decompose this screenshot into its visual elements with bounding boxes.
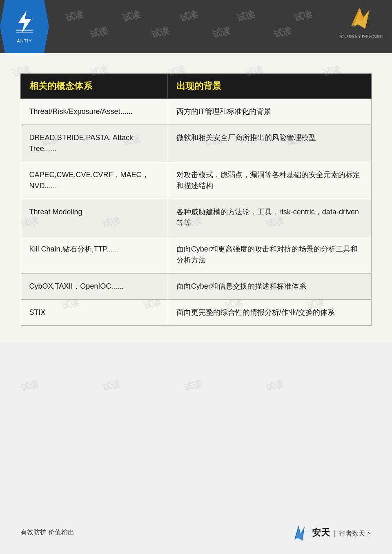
header-brand-icon — [345, 6, 378, 34]
logo-area: ANTIY — [0, 0, 49, 53]
right-cell-5: 面向Cyber和信息交换的描述和标准体系 — [168, 274, 371, 300]
body-watermark-19: 试读 — [101, 378, 121, 394]
left-cell-2: CAPEC,CWE,CVE,CVRF，MAEC，NVD...... — [21, 162, 168, 199]
right-cell-1: 微软和相关安全厂商所推出的风险管理模型 — [168, 125, 371, 162]
footer-brand-sub: 智者数天下 — [339, 530, 372, 537]
footer-divider: | — [334, 529, 336, 537]
watermark-1: 试读 — [64, 8, 85, 24]
table-row: Threat/Risk/Exposure/Asset......西方的IT管理和… — [21, 98, 371, 125]
watermark-4: 试读 — [236, 8, 256, 24]
footer-brand-icon — [288, 523, 309, 542]
watermark-5: 试读 — [293, 8, 313, 24]
footer-tagline: 有效防护 价值输出 — [20, 528, 74, 537]
left-cell-6: STIX — [21, 300, 168, 326]
right-cell-6: 面向更完整的综合性的情报分析/作业/交换的体系 — [168, 300, 371, 326]
table-row: CybOX,TAXII，OpenIOC......面向Cyber和信息交换的描述… — [21, 274, 371, 300]
footer: 有效防护 价值输出 安天 | 智者数天下 — [0, 523, 392, 542]
left-cell-0: Threat/Risk/Exposure/Asset...... — [21, 98, 168, 125]
body-watermark-20: 试读 — [183, 378, 203, 394]
table-row: STIX面向更完整的综合性的情报分析/作业/交换的体系 — [21, 300, 371, 326]
main-content: 试读 试读 试读 试读 试读 试读 试读 试读 试读 试读 试读 试读 试读 试… — [0, 53, 392, 342]
left-cell-5: CybOX,TAXII，OpenIOC...... — [21, 274, 168, 300]
left-cell-3: Threat Modeling — [21, 199, 168, 236]
table-row: Kill Chain,钻石分析,TTP......面向Cyber和更高强度的攻击… — [21, 236, 371, 274]
table-row: Threat Modeling各种威胁建模的方法论，工具，risk-centri… — [21, 199, 371, 236]
col1-header: 相关的概念体系 — [21, 74, 168, 98]
table-row: DREAD,STRIDE,PASTA, Attack Tree......微软和… — [21, 125, 371, 162]
right-cell-0: 西方的IT管理和标准化的背景 — [168, 98, 371, 125]
left-cell-4: Kill Chain,钻石分析,TTP...... — [21, 236, 168, 274]
header: ANTIY 试读 试读 试读 试读 试读 试读 试读 试读 试读 安天网络安全冬… — [0, 0, 392, 53]
right-cell-4: 面向Cyber和更高强度的攻击和对抗的场景的分析工具和分析方法 — [168, 236, 371, 274]
svg-point-5 — [358, 15, 365, 21]
body-watermark-18: 试读 — [19, 378, 40, 394]
concept-table: 相关的概念体系 出现的背景 Threat/Risk/Exposure/Asset… — [20, 73, 372, 326]
watermark-2: 试读 — [121, 8, 142, 24]
right-cell-3: 各种威胁建模的方法论，工具，risk-centric，data-driven等等 — [168, 199, 371, 236]
footer-brand: 安天 | 智者数天下 — [288, 523, 372, 542]
watermark-9: 试读 — [272, 24, 293, 41]
header-brand-text: 安天网络安全冬令营第四届 — [339, 34, 383, 39]
body-watermark-21: 试读 — [264, 378, 285, 394]
logo-text: ANTIY — [17, 38, 32, 43]
watermark-3: 试读 — [178, 8, 199, 24]
logo-lightning-icon — [14, 10, 35, 37]
table-row: CAPEC,CWE,CVE,CVRF，MAEC，NVD......对攻击模式，脆… — [21, 162, 371, 199]
footer-brand-name: 安天 — [312, 527, 330, 538]
watermark-7: 试读 — [150, 24, 170, 41]
watermark-8: 试读 — [211, 24, 232, 41]
right-cell-2: 对攻击模式，脆弱点，漏洞等各种基础的安全元素的标定和描述结构 — [168, 162, 371, 199]
footer-brand-text: 安天 | 智者数天下 — [312, 527, 372, 539]
watermark-6: 试读 — [89, 24, 109, 41]
left-cell-1: DREAD,STRIDE,PASTA, Attack Tree...... — [21, 125, 168, 162]
col2-header: 出现的背景 — [168, 74, 371, 98]
header-right-brand: 安天网络安全冬令营第四届 — [339, 4, 384, 41]
